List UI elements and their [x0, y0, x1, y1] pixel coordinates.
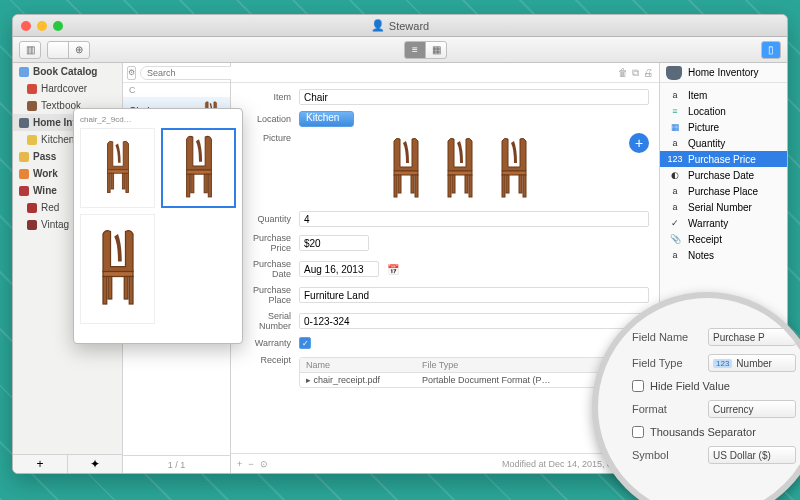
list-options-button[interactable]: ⚙ [127, 66, 136, 80]
inspector-title: Home Inventory [688, 67, 759, 78]
inspector-toggle-button[interactable]: ▯ [761, 41, 781, 59]
mag-field-name-label: Field Name [632, 331, 702, 343]
zoom-window-button[interactable] [53, 21, 63, 31]
label-warranty: Warranty [241, 338, 291, 348]
sidebar-section[interactable]: Book Catalog [13, 63, 122, 80]
col-type: File Type [416, 358, 584, 372]
delete-item-button[interactable]: 🗑 [618, 67, 628, 78]
mag-thousands-label: Thousands Separator [650, 426, 756, 438]
mag-format-select[interactable]: Currency [708, 400, 796, 418]
inspector-icon [666, 66, 682, 80]
mag-symbol-label: Symbol [632, 449, 702, 461]
view-grid-button[interactable]: ▦ [425, 41, 447, 59]
label-place: Purchase Place [241, 285, 291, 305]
quantity-field[interactable] [299, 211, 649, 227]
close-window-button[interactable] [21, 21, 31, 31]
warranty-checkbox[interactable]: ✓ [299, 337, 311, 349]
inspector-field[interactable]: aItem [660, 87, 787, 103]
label-date: Purchase Date [241, 259, 291, 279]
detail-add-button[interactable]: + [237, 459, 242, 469]
person-icon: 👤 [371, 19, 385, 32]
location-select[interactable]: Kitchen [299, 111, 354, 127]
label-picture: Picture [241, 133, 291, 143]
label-item: Item [241, 92, 291, 102]
list-section-header: C [123, 83, 230, 97]
library-toggle-button[interactable]: ▥ [19, 41, 41, 59]
titlebar: 👤Steward [13, 15, 787, 37]
mag-field-type-label: Field Type [632, 357, 702, 369]
inspector-field[interactable]: aPurchase Place [660, 183, 787, 199]
nav-segmented: ⊕ [47, 41, 90, 59]
image-picker-popup: chair_2_9cd… [73, 108, 243, 344]
picture-1[interactable] [386, 137, 426, 201]
mag-hide-label: Hide Field Value [650, 380, 730, 392]
label-location: Location [241, 114, 291, 124]
popup-thumb-3[interactable] [80, 214, 155, 324]
mag-field-name-value[interactable]: Purchase P [708, 328, 796, 346]
view-mode-segmented: ≡ ▦ [404, 41, 447, 59]
serial-number-field[interactable] [299, 313, 649, 329]
picture-3[interactable] [494, 137, 534, 201]
inspector-field[interactable]: ✓Warranty [660, 215, 787, 231]
mag-hide-checkbox[interactable] [632, 380, 644, 392]
inspector-field[interactable]: ▦Picture [660, 119, 787, 135]
nav-back-button[interactable] [47, 41, 69, 59]
sidebar-item[interactable]: Hardcover [13, 80, 122, 97]
col-name: Name [300, 358, 416, 372]
calendar-icon[interactable]: 📅 [387, 264, 399, 275]
list-footer-count: 1 / 1 [123, 455, 230, 473]
sidebar-add-button[interactable]: + [13, 455, 68, 473]
purchase-date-field[interactable] [299, 261, 379, 277]
detail-action-button[interactable]: ⊙ [260, 459, 268, 469]
popup-title: chair_2_9cd… [80, 115, 236, 124]
inspector-field[interactable]: aNotes [660, 247, 787, 263]
print-item-button[interactable]: 🖨 [643, 67, 653, 78]
add-picture-button[interactable]: + [629, 133, 649, 153]
inspector-field[interactable]: aSerial Number [660, 199, 787, 215]
duplicate-item-button[interactable]: ⧉ [632, 67, 639, 79]
nav-forward-button[interactable]: ⊕ [68, 41, 90, 59]
picture-2[interactable] [440, 137, 480, 201]
picture-gallery [299, 133, 621, 205]
purchase-place-field[interactable] [299, 287, 649, 303]
inspector-field[interactable]: 📎Receipt [660, 231, 787, 247]
inspector-field[interactable]: ◐Purchase Date [660, 167, 787, 183]
mag-symbol-select[interactable]: US Dollar ($) [708, 446, 796, 464]
label-receipt: Receipt [241, 355, 291, 365]
sidebar-add-group-button[interactable]: ✦ [68, 455, 122, 473]
popup-thumb-1[interactable] [80, 128, 155, 208]
toolbar: ▥ ⊕ ≡ ▦ ▯ [13, 37, 787, 63]
inspector-field[interactable]: ≡Location [660, 103, 787, 119]
purchase-price-field[interactable] [299, 235, 369, 251]
popup-thumb-2[interactable] [161, 128, 236, 208]
label-quantity: Quantity [241, 214, 291, 224]
label-serial: Serial Number [241, 311, 291, 331]
detail-remove-button[interactable]: − [248, 459, 253, 469]
inspector-field[interactable]: aQuantity [660, 135, 787, 151]
mag-thousands-checkbox[interactable] [632, 426, 644, 438]
inspector-field[interactable]: 123Purchase Price [660, 151, 787, 167]
label-price: Purchase Price [241, 233, 291, 253]
view-list-button[interactable]: ≡ [404, 41, 426, 59]
mag-format-label: Format [632, 403, 702, 415]
item-field[interactable] [299, 89, 649, 105]
window-title: Steward [389, 20, 429, 32]
mag-field-type-select[interactable]: 123Number [708, 354, 796, 372]
minimize-window-button[interactable] [37, 21, 47, 31]
